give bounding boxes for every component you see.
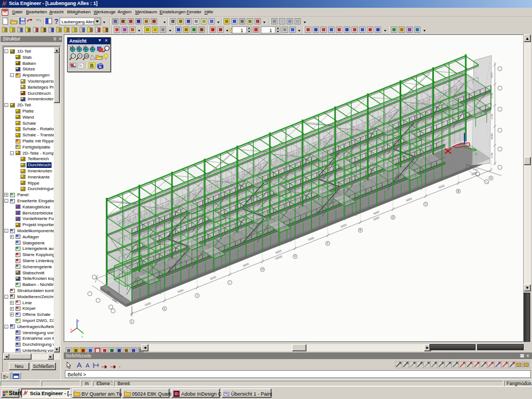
svg-text:5000: 5000 [373, 216, 380, 221]
svg-text:4735: 4735 [490, 93, 493, 98]
svg-text:5000: 5000 [373, 210, 380, 216]
svg-text:I: I [229, 282, 230, 284]
svg-text:?: ? [54, 18, 58, 25]
svg-text:11365: 11365 [490, 133, 493, 140]
svg-text:5000: 5000 [340, 223, 347, 228]
svg-text:5000: 5000 [242, 262, 249, 268]
svg-text:y: y [81, 335, 83, 338]
svg-text:A: A [490, 177, 492, 180]
svg-text:4735: 4735 [490, 114, 493, 119]
svg-text:5000: 5000 [177, 288, 184, 294]
svg-text:N: N [99, 65, 101, 69]
svg-text:K: K [163, 308, 166, 310]
svg-text:Laubengang Alles: Laubengang Alles [62, 19, 95, 24]
svg-text:L: L [131, 320, 133, 323]
svg-text:z: z [78, 319, 79, 323]
svg-text:C: C [424, 203, 427, 206]
svg-text:1: 1 [241, 28, 243, 33]
svg-text:D: D [392, 216, 395, 219]
svg-text:Y: Y [475, 152, 478, 156]
svg-text:5000: 5000 [438, 184, 445, 190]
svg-text:5000: 5000 [406, 197, 413, 202]
svg-text:x: x [70, 328, 72, 331]
svg-text:J: J [197, 294, 198, 297]
svg-text:B: B [90, 63, 94, 69]
svg-text:5000: 5000 [275, 249, 282, 254]
svg-text:B: B [457, 190, 459, 193]
svg-text:5000: 5000 [209, 275, 217, 280]
svg-text:2570: 2570 [490, 73, 493, 78]
svg-text:13000: 13000 [274, 254, 283, 260]
svg-text:E: E [360, 229, 361, 232]
svg-text:4735: 4735 [490, 152, 493, 158]
svg-text:G: G [294, 255, 296, 258]
svg-text:H: H [262, 268, 263, 271]
svg-text:F: F [327, 242, 329, 245]
svg-text:1: 1 [269, 28, 272, 33]
svg-text:5000: 5000 [308, 236, 315, 242]
svg-text:5000: 5000 [144, 301, 151, 306]
svg-text:Ca: Ca [78, 64, 82, 67]
